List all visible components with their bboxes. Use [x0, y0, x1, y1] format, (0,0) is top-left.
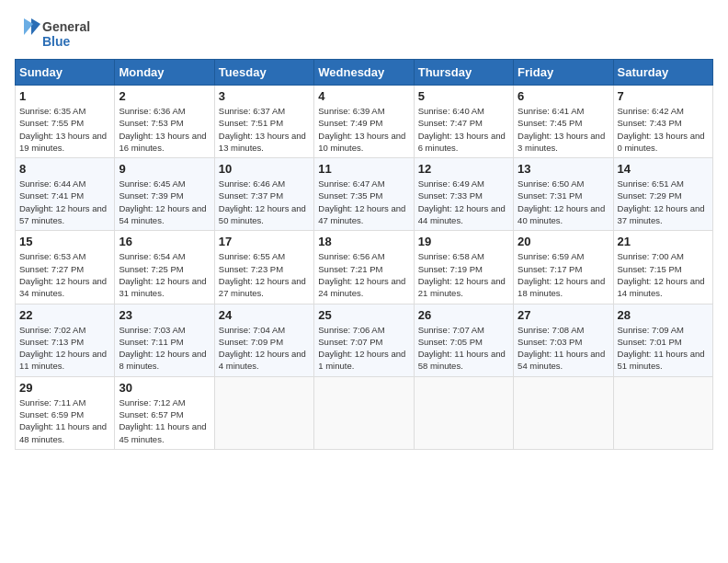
calendar-day-cell: 27Sunrise: 7:08 AMSunset: 7:03 PMDayligh… — [514, 304, 613, 376]
calendar-day-cell: 26Sunrise: 7:07 AMSunset: 7:05 PMDayligh… — [414, 304, 513, 376]
day-detail: Sunrise: 7:04 AMSunset: 7:09 PMDaylight:… — [219, 325, 306, 372]
calendar-day-cell: 17Sunrise: 6:55 AMSunset: 7:23 PMDayligh… — [214, 231, 313, 304]
calendar-day-cell: 14Sunrise: 6:51 AMSunset: 7:29 PMDayligh… — [613, 158, 712, 231]
calendar-day-cell: 29Sunrise: 7:11 AMSunset: 6:59 PMDayligh… — [16, 376, 115, 449]
calendar-day-cell — [314, 376, 414, 449]
day-detail: Sunrise: 6:58 AMSunset: 7:19 PMDaylight:… — [418, 251, 506, 298]
calendar-week-row: 29Sunrise: 7:11 AMSunset: 6:59 PMDayligh… — [16, 376, 713, 449]
logo: General Blue — [15, 15, 116, 52]
day-number: 24 — [219, 308, 310, 322]
calendar-day-cell — [214, 376, 313, 449]
day-number: 10 — [219, 162, 310, 176]
day-number: 3 — [219, 89, 310, 103]
day-number: 4 — [318, 89, 409, 103]
day-detail: Sunrise: 6:47 AMSunset: 7:35 PMDaylight:… — [318, 178, 405, 225]
calendar-day-cell: 24Sunrise: 7:04 AMSunset: 7:09 PMDayligh… — [214, 304, 313, 376]
day-detail: Sunrise: 6:36 AMSunset: 7:53 PMDaylight:… — [119, 106, 206, 153]
calendar-day-cell: 6Sunrise: 6:41 AMSunset: 7:45 PMDaylight… — [514, 86, 613, 158]
day-detail: Sunrise: 6:39 AMSunset: 7:49 PMDaylight:… — [318, 106, 405, 153]
calendar-week-row: 22Sunrise: 7:02 AMSunset: 7:13 PMDayligh… — [16, 304, 713, 376]
day-of-week-header: Monday — [115, 60, 214, 86]
calendar-week-row: 8Sunrise: 6:44 AMSunset: 7:41 PMDaylight… — [16, 158, 713, 231]
calendar-day-cell: 30Sunrise: 7:12 AMSunset: 6:57 PMDayligh… — [115, 376, 214, 449]
calendar-week-row: 15Sunrise: 6:53 AMSunset: 7:27 PMDayligh… — [16, 231, 713, 304]
calendar-day-cell: 12Sunrise: 6:49 AMSunset: 7:33 PMDayligh… — [414, 158, 513, 231]
calendar-day-cell: 9Sunrise: 6:45 AMSunset: 7:39 PMDaylight… — [115, 158, 214, 231]
calendar-day-cell — [414, 376, 513, 449]
day-detail: Sunrise: 7:08 AMSunset: 7:03 PMDaylight:… — [518, 325, 605, 372]
day-detail: Sunrise: 6:51 AMSunset: 7:29 PMDaylight:… — [618, 178, 705, 225]
day-detail: Sunrise: 6:45 AMSunset: 7:39 PMDaylight:… — [119, 178, 206, 225]
day-detail: Sunrise: 6:50 AMSunset: 7:31 PMDaylight:… — [518, 178, 605, 225]
header: General Blue — [15, 15, 713, 52]
calendar-day-cell: 8Sunrise: 6:44 AMSunset: 7:41 PMDaylight… — [16, 158, 115, 231]
calendar-day-cell: 16Sunrise: 6:54 AMSunset: 7:25 PMDayligh… — [115, 231, 214, 304]
calendar-day-cell: 5Sunrise: 6:40 AMSunset: 7:47 PMDaylight… — [414, 86, 513, 158]
calendar-day-cell: 25Sunrise: 7:06 AMSunset: 7:07 PMDayligh… — [314, 304, 414, 376]
day-detail: Sunrise: 6:41 AMSunset: 7:45 PMDaylight:… — [518, 106, 605, 153]
day-number: 20 — [518, 235, 609, 248]
day-of-week-header: Saturday — [613, 60, 712, 86]
day-of-week-header: Thursday — [414, 60, 513, 86]
day-number: 8 — [19, 162, 110, 176]
day-number: 28 — [618, 308, 709, 322]
calendar-day-cell: 22Sunrise: 7:02 AMSunset: 7:13 PMDayligh… — [16, 304, 115, 376]
day-number: 1 — [19, 89, 110, 103]
day-detail: Sunrise: 6:46 AMSunset: 7:37 PMDaylight:… — [219, 178, 306, 225]
day-detail: Sunrise: 7:11 AMSunset: 6:59 PMDaylight:… — [19, 397, 107, 444]
day-detail: Sunrise: 7:12 AMSunset: 6:57 PMDaylight:… — [119, 397, 206, 444]
calendar-day-cell — [613, 376, 712, 449]
calendar-day-cell: 18Sunrise: 6:56 AMSunset: 7:21 PMDayligh… — [314, 231, 414, 304]
day-number: 13 — [518, 162, 609, 176]
svg-text:Blue: Blue — [42, 34, 71, 49]
day-detail: Sunrise: 6:54 AMSunset: 7:25 PMDaylight:… — [119, 251, 206, 298]
day-number: 23 — [119, 308, 210, 322]
day-detail: Sunrise: 6:59 AMSunset: 7:17 PMDaylight:… — [518, 251, 605, 298]
day-of-week-header: Wednesday — [314, 60, 414, 86]
day-detail: Sunrise: 7:06 AMSunset: 7:07 PMDaylight:… — [318, 325, 405, 372]
day-number: 9 — [119, 162, 210, 176]
day-number: 16 — [119, 235, 210, 248]
calendar-day-cell — [514, 376, 613, 449]
day-detail: Sunrise: 7:02 AMSunset: 7:13 PMDaylight:… — [19, 325, 107, 372]
day-of-week-header: Friday — [514, 60, 613, 86]
day-detail: Sunrise: 6:55 AMSunset: 7:23 PMDaylight:… — [219, 251, 306, 298]
day-detail: Sunrise: 6:42 AMSunset: 7:43 PMDaylight:… — [618, 106, 705, 153]
svg-marker-2 — [31, 18, 40, 35]
calendar-body: 1Sunrise: 6:35 AMSunset: 7:55 PMDaylight… — [16, 86, 713, 450]
calendar-day-cell: 2Sunrise: 6:36 AMSunset: 7:53 PMDaylight… — [115, 86, 214, 158]
calendar-day-cell: 28Sunrise: 7:09 AMSunset: 7:01 PMDayligh… — [613, 304, 712, 376]
day-number: 2 — [119, 89, 210, 103]
logo-svg: General Blue — [15, 15, 116, 52]
day-number: 6 — [518, 89, 609, 103]
calendar-day-cell: 20Sunrise: 6:59 AMSunset: 7:17 PMDayligh… — [514, 231, 613, 304]
calendar-day-cell: 19Sunrise: 6:58 AMSunset: 7:19 PMDayligh… — [414, 231, 513, 304]
day-number: 19 — [418, 235, 509, 248]
day-number: 21 — [618, 235, 709, 248]
day-detail: Sunrise: 6:40 AMSunset: 7:47 PMDaylight:… — [418, 106, 506, 153]
day-detail: Sunrise: 6:37 AMSunset: 7:51 PMDaylight:… — [219, 106, 306, 153]
day-number: 29 — [19, 381, 110, 395]
calendar-day-cell: 10Sunrise: 6:46 AMSunset: 7:37 PMDayligh… — [214, 158, 313, 231]
day-number: 11 — [318, 162, 409, 176]
day-number: 5 — [418, 89, 509, 103]
day-detail: Sunrise: 6:35 AMSunset: 7:55 PMDaylight:… — [19, 106, 107, 153]
day-number: 14 — [618, 162, 709, 176]
day-number: 22 — [19, 308, 110, 322]
calendar-day-cell: 11Sunrise: 6:47 AMSunset: 7:35 PMDayligh… — [314, 158, 414, 231]
day-number: 26 — [418, 308, 509, 322]
day-number: 17 — [219, 235, 310, 248]
day-number: 25 — [318, 308, 409, 322]
calendar-day-cell: 15Sunrise: 6:53 AMSunset: 7:27 PMDayligh… — [16, 231, 115, 304]
day-detail: Sunrise: 7:03 AMSunset: 7:11 PMDaylight:… — [119, 325, 206, 372]
calendar-header-row: SundayMondayTuesdayWednesdayThursdayFrid… — [16, 60, 713, 86]
svg-text:General: General — [42, 19, 90, 34]
calendar-day-cell: 1Sunrise: 6:35 AMSunset: 7:55 PMDaylight… — [16, 86, 115, 158]
day-detail: Sunrise: 6:53 AMSunset: 7:27 PMDaylight:… — [19, 251, 107, 298]
calendar-day-cell: 3Sunrise: 6:37 AMSunset: 7:51 PMDaylight… — [214, 86, 313, 158]
day-number: 7 — [618, 89, 709, 103]
day-number: 27 — [518, 308, 609, 322]
day-number: 15 — [19, 235, 110, 248]
calendar-day-cell: 23Sunrise: 7:03 AMSunset: 7:11 PMDayligh… — [115, 304, 214, 376]
calendar-day-cell: 13Sunrise: 6:50 AMSunset: 7:31 PMDayligh… — [514, 158, 613, 231]
